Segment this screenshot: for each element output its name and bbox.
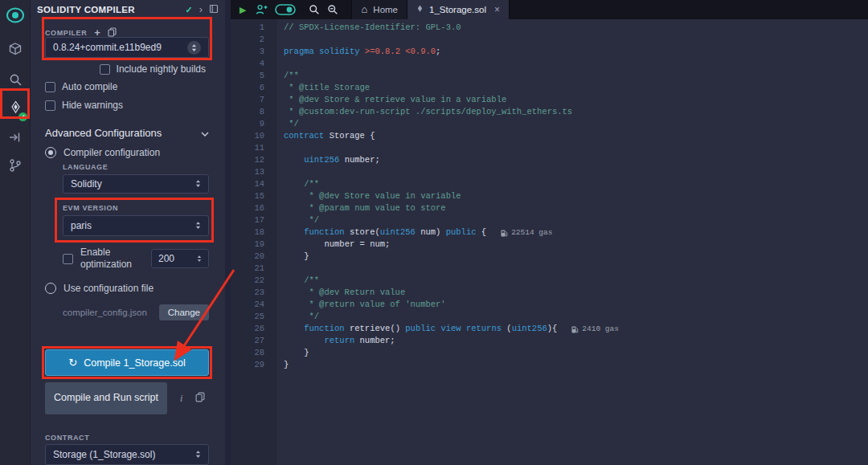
toggle-switch-icon[interactable] [275, 4, 296, 15]
info-icon[interactable]: i [180, 393, 182, 405]
stepper-caret-icon [197, 253, 202, 264]
refresh-icon: ↻ [68, 358, 77, 368]
solidity-file-icon [416, 4, 424, 15]
run-script-icon[interactable]: ▶ [240, 5, 246, 15]
compile-and-run-button[interactable]: Compile and Run script [45, 382, 167, 414]
panel-body: COMPILER + 0.8.24+commit.e11b9ed9 Includ… [31, 19, 225, 465]
compiler-configuration-label: Compiler configuration [63, 147, 160, 158]
zoom-out-icon[interactable] [309, 4, 320, 15]
auto-compile-checkbox[interactable] [45, 82, 55, 92]
gas-annotation: 22514 gas [501, 226, 552, 239]
compile-button-label: Compile 1_Storage.sol [84, 357, 185, 369]
panel-scrollbar[interactable] [225, 0, 231, 465]
code-area: // SPDX-License-Identifier: GPL-3.0pragm… [277, 19, 868, 465]
select-caret-icon [195, 178, 201, 190]
git-icon[interactable] [0, 153, 31, 177]
compiler-version-value: 0.8.24+commit.e11b9ed9 [53, 42, 162, 53]
select-caret-icon [195, 220, 201, 231]
hide-warnings-checkbox[interactable] [45, 100, 55, 111]
copy-icon[interactable] [195, 391, 205, 406]
optimization-runs-input[interactable]: 200 [151, 249, 209, 268]
contract-label: CONTRACT [45, 434, 89, 442]
enable-optimization-checkbox[interactable] [63, 254, 73, 264]
compile-success-check-icon: ✓ [185, 5, 192, 15]
remix-logo-icon[interactable] [0, 3, 31, 27]
language-label: LANGUAGE [63, 163, 108, 171]
gas-annotation: 2410 gas [571, 323, 619, 335]
language-select[interactable]: Solidity [63, 174, 209, 194]
panel-title: SOLIDITY COMPILER [37, 5, 135, 14]
advanced-configurations-toggle[interactable]: Advanced Configurations [45, 125, 209, 140]
tab-home-label: Home [373, 5, 398, 14]
select-caret-icon [195, 449, 201, 460]
remix-ide: ✓ SOLIDITY COMPILER ✓ › COMPILER + [0, 0, 868, 465]
zoom-in-icon[interactable] [327, 4, 338, 15]
evm-version-value: paris [71, 220, 92, 231]
search-icon[interactable] [0, 67, 31, 92]
ai-assistant-icon[interactable] [256, 4, 268, 15]
language-value: Solidity [71, 178, 102, 190]
contract-value: Storage (1_Storage.sol) [53, 449, 155, 460]
deploy-run-icon[interactable] [0, 125, 31, 149]
compiler-version-select[interactable]: 0.8.24+commit.e11b9ed9 [45, 37, 209, 58]
chevron-right-icon[interactable]: › [199, 6, 203, 14]
close-icon[interactable]: × [494, 4, 500, 15]
compile-button[interactable]: ↻ Compile 1_Storage.sol [45, 349, 209, 376]
contract-select[interactable]: Storage (1_Storage.sol) [45, 444, 209, 465]
compiled-badge-icon: ✓ [18, 112, 27, 121]
use-configuration-file-radio[interactable] [45, 283, 56, 294]
use-configuration-file-label: Use configuration file [63, 283, 154, 294]
compiler-label: COMPILER [45, 29, 87, 37]
add-custom-compiler-icon[interactable]: + [94, 29, 100, 37]
file-explorer-icon[interactable] [0, 37, 31, 61]
hide-warnings-label: Hide warnings [62, 100, 123, 111]
line-numbers: 1234567891011121314151617181920212223242… [231, 19, 277, 465]
optimization-runs-value: 200 [158, 253, 174, 264]
config-filename: compiler_config.json [63, 308, 147, 317]
compiler-configuration-radio[interactable] [45, 147, 56, 158]
include-nightly-label: Include nightly builds [117, 63, 206, 75]
select-caret-icon [187, 41, 201, 55]
home-icon: ⌂ [361, 5, 367, 14]
change-config-button[interactable]: Change [159, 304, 209, 320]
tab-home[interactable]: ⌂ Home [351, 0, 407, 19]
editor-tabbar: ▶ ⌂ Home 1_Storage.sol × [231, 0, 868, 19]
chevron-down-icon [201, 125, 209, 140]
icon-panel: ✓ [0, 0, 31, 465]
solidity-compiler-panel: SOLIDITY COMPILER ✓ › COMPILER + 0.8.24+… [31, 0, 225, 465]
evm-version-label: EVM VERSION [63, 204, 118, 212]
advanced-configurations-title: Advanced Configurations [45, 127, 162, 139]
evm-version-select[interactable]: paris [63, 215, 209, 236]
auto-compile-label: Auto compile [62, 81, 117, 92]
editor-area: ▶ ⌂ Home 1_Storage.sol × [231, 0, 868, 465]
pin-panel-icon[interactable] [209, 2, 219, 17]
tab-storage-label: 1_Storage.sol [429, 5, 486, 14]
tab-1-storage-sol[interactable]: 1_Storage.sol × [407, 0, 510, 19]
panel-header: SOLIDITY COMPILER ✓ › [31, 0, 225, 19]
enable-optimization-label: Enable optimization [80, 247, 132, 271]
solidity-compiler-icon[interactable]: ✓ [0, 96, 31, 120]
include-nightly-checkbox[interactable] [100, 64, 110, 75]
code-editor[interactable]: 1234567891011121314151617181920212223242… [231, 19, 868, 465]
